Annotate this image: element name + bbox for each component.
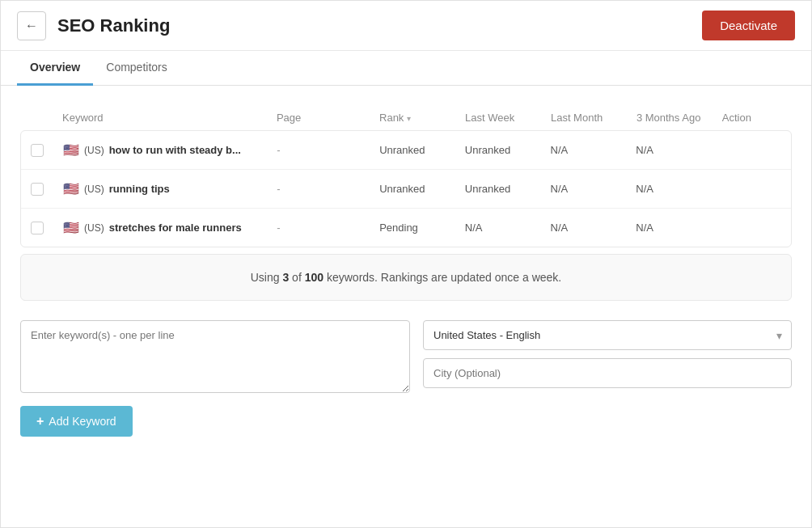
add-keyword-button[interactable]: + Add Keyword (20, 406, 133, 437)
row2-keyword: 🇺🇸 (US) running tips (63, 181, 277, 196)
row2-lastmonth: N/A (551, 183, 636, 195)
row1-page: - (277, 144, 379, 156)
header: ← SEO Ranking Deactivate (1, 1, 811, 51)
row3-keyword: 🇺🇸 (US) stretches for male runners (63, 220, 277, 235)
keyword-textarea[interactable] (20, 320, 410, 393)
row3-rank: Pending (379, 222, 465, 234)
row2-3months: N/A (636, 183, 721, 195)
header-lastweek-col: Last Week (465, 112, 551, 124)
deactivate-button[interactable]: Deactivate (702, 11, 795, 40)
table-body: 🇺🇸 (US) how to run with steady b... - Un… (20, 130, 792, 247)
row1-rank: Unranked (379, 144, 465, 156)
row3-flag-icon: 🇺🇸 (63, 220, 79, 235)
header-page-col: Page (277, 112, 379, 124)
row3-region: (US) (84, 222, 104, 234)
add-keyword-section: United States - English United Kingdom -… (20, 320, 792, 393)
tabs-bar: Overview Competitors (1, 51, 811, 86)
table-row: 🇺🇸 (US) how to run with steady b... - Un… (21, 131, 791, 170)
row1-flag-icon: 🇺🇸 (63, 142, 79, 158)
back-button[interactable]: ← (17, 11, 46, 40)
row1-3months: N/A (636, 144, 721, 156)
row3-keyword-text: stretches for male runners (109, 222, 242, 234)
locale-select[interactable]: United States - English United Kingdom -… (423, 320, 792, 350)
row1-keyword: 🇺🇸 (US) how to run with steady b... (63, 142, 277, 158)
header-3months-col: 3 Months Ago (636, 112, 722, 124)
usage-of: of (289, 271, 304, 284)
row2-check (31, 183, 63, 196)
row2-rank: Unranked (379, 183, 465, 195)
usage-total: 100 (305, 271, 324, 284)
page-title: SEO Ranking (57, 15, 170, 36)
row1-region: (US) (84, 145, 104, 156)
row3-checkbox[interactable] (31, 222, 44, 234)
city-input[interactable] (423, 358, 792, 388)
table-row: 🇺🇸 (US) stretches for male runners - Pen… (21, 209, 791, 247)
row1-check (31, 144, 63, 157)
header-left: ← SEO Ranking (17, 11, 170, 40)
row2-region: (US) (84, 184, 104, 195)
row3-3months: N/A (636, 222, 721, 234)
rank-sort-icon: ▾ (407, 114, 411, 123)
header-lastmonth-col: Last Month (551, 112, 636, 124)
row3-lastmonth: N/A (551, 222, 636, 234)
right-inputs: United States - English United Kingdom -… (423, 320, 792, 393)
row2-lastweek: Unranked (465, 183, 551, 195)
usage-prefix: Using (251, 271, 283, 284)
table-header: Keyword Page Rank ▾ Last Week Last Month… (20, 105, 792, 130)
table-row: 🇺🇸 (US) running tips - Unranked Unranked… (21, 170, 791, 209)
row1-lastmonth: N/A (551, 144, 636, 156)
tab-overview[interactable]: Overview (17, 51, 93, 86)
row2-flag-icon: 🇺🇸 (63, 181, 79, 196)
plus-icon: + (36, 414, 44, 429)
usage-suffix: keywords. Rankings are updated once a we… (324, 271, 561, 284)
row3-lastweek: N/A (465, 222, 551, 234)
page-wrapper: ← SEO Ranking Deactivate Overview Compet… (0, 0, 812, 528)
locale-select-wrapper: United States - English United Kingdom -… (423, 320, 792, 350)
row2-keyword-text: running tips (109, 183, 170, 195)
tab-competitors[interactable]: Competitors (93, 51, 180, 86)
main-content: Keyword Page Rank ▾ Last Week Last Month… (1, 86, 811, 456)
header-rank-col: Rank ▾ (379, 112, 465, 124)
row3-check (31, 222, 63, 234)
usage-info-box: Using 3 of 100 keywords. Rankings are up… (20, 254, 792, 301)
row1-lastweek: Unranked (465, 144, 551, 156)
header-keyword-col: Keyword (62, 112, 277, 124)
header-action-col: Action (722, 112, 782, 124)
row1-keyword-text: how to run with steady b... (109, 144, 241, 156)
row1-checkbox[interactable] (31, 144, 44, 157)
row3-page: - (277, 222, 379, 234)
row2-page: - (277, 183, 379, 195)
row2-checkbox[interactable] (31, 183, 44, 196)
add-keyword-label: Add Keyword (49, 415, 116, 428)
